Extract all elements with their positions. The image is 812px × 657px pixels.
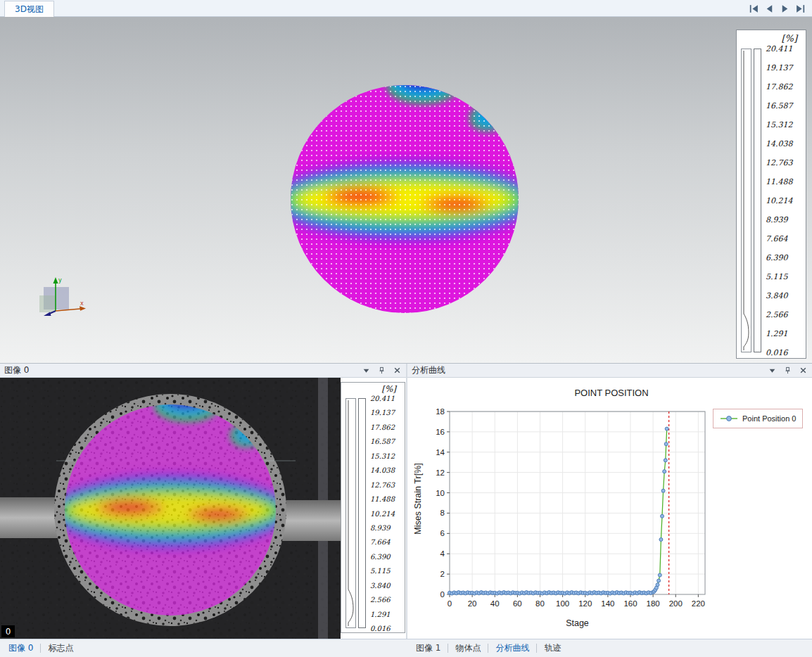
colorbar-value: 5.115 [766, 272, 788, 281]
svg-text:x: x [80, 300, 84, 307]
colorbar-value: 8.939 [766, 215, 788, 224]
svg-text:0: 0 [440, 590, 445, 599]
3d-viewport[interactable]: y x [%] 20.41119.13717.86216.58715.31214… [0, 17, 812, 364]
last-frame-icon[interactable] [794, 3, 806, 15]
legend-series-label: Point Position 0 [742, 414, 796, 423]
colorbar-value: 0.016 [766, 348, 788, 357]
chevron-down-icon[interactable] [767, 366, 777, 376]
svg-text:60: 60 [513, 599, 522, 608]
colorbar-value: 15.312 [370, 452, 395, 459]
colorbar-value: 14.038 [370, 466, 395, 474]
close-icon[interactable] [798, 366, 808, 376]
curve-panel-header: 分析曲线 [407, 364, 812, 378]
curve-panel-title: 分析曲线 [412, 364, 767, 376]
colorbar-value: 5.115 [370, 567, 391, 575]
axis-triad-icon: y x [32, 274, 90, 325]
tab-3d-view[interactable]: 3D视图 [4, 1, 54, 18]
colorbar-labels: 20.41119.13717.86216.58715.31214.03812.7… [763, 49, 803, 352]
statusbar: 图像 0标志点 图像 1物体点分析曲线轨迹 [0, 639, 812, 657]
colorbar-value: 15.312 [766, 120, 793, 129]
curve-panel-controls [767, 366, 808, 376]
chart-x-axis-label: Stage [450, 618, 705, 628]
colorbar-unit: [%] [782, 33, 798, 44]
pin-icon[interactable] [782, 366, 792, 376]
curve-panel-content: 0204060801001201401601802002200246810121… [407, 378, 812, 639]
chart-y-axis-label: Mises Strain Tr[%] [413, 418, 424, 580]
colorbar-unit: [%] [381, 384, 396, 394]
svg-text:140: 140 [601, 599, 614, 608]
strain-contour-3d [285, 79, 524, 319]
svg-text:0: 0 [448, 599, 452, 608]
frame-navigation [748, 0, 806, 17]
colorbar-value: 2.566 [766, 310, 788, 319]
chevron-down-icon[interactable] [361, 366, 371, 376]
chart-legend[interactable]: Point Position 0 [713, 409, 803, 428]
svg-text:100: 100 [556, 599, 569, 608]
pin-icon[interactable] [376, 366, 386, 376]
svg-text:16: 16 [436, 428, 445, 436]
colorbar-value: 17.862 [370, 423, 395, 430]
statusbar-left-tabs: 图像 0标志点 [1, 639, 80, 657]
statusbar-tab-right-3[interactable]: 轨迹 [537, 639, 568, 657]
chart-title: POINT POSITION [506, 388, 717, 398]
image-index-badge: 0 [1, 625, 15, 637]
next-frame-icon[interactable] [779, 3, 791, 15]
colorbar-value: 11.488 [370, 495, 395, 503]
colorbar-value: 6.390 [370, 552, 391, 560]
colorbar-value: 7.664 [766, 234, 788, 243]
close-icon[interactable] [392, 366, 402, 376]
colorbar-value: 11.488 [766, 177, 793, 186]
colorbar-value: 3.840 [370, 581, 391, 589]
svg-text:2: 2 [440, 570, 445, 578]
colorbar-value: 16.587 [766, 101, 793, 110]
colorbar-value: 16.587 [370, 438, 395, 445]
previous-frame-icon[interactable] [763, 3, 775, 15]
statusbar-tab-left-1[interactable]: 标志点 [41, 639, 80, 657]
colorbar-value: 3.840 [766, 291, 788, 300]
colorbar-value: 19.137 [766, 63, 793, 72]
colorbar-value: 10.214 [766, 196, 793, 205]
tab-3d-view-label: 3D视图 [15, 4, 44, 15]
image-panel-title: 图像 0 [4, 364, 361, 376]
camera-image[interactable] [0, 378, 341, 639]
colorbar-strip [358, 398, 366, 628]
colorbar-value: 20.411 [766, 44, 793, 53]
svg-text:y: y [58, 277, 62, 283]
svg-text:18: 18 [436, 407, 445, 416]
colorbar-3d: [%] 20.41119.13717.86216.58715.31214.038… [736, 30, 806, 359]
svg-text:20: 20 [468, 599, 477, 608]
colorbar-labels: 20.41119.13717.86216.58715.31214.03812.7… [368, 398, 402, 628]
svg-text:4: 4 [440, 549, 445, 558]
image-panel-header: 图像 0 [0, 364, 406, 378]
colorbar-value: 2.566 [370, 596, 391, 604]
colorbar-histogram [345, 398, 356, 628]
application-window: 3D视图 [0, 0, 812, 657]
statusbar-tab-right-0[interactable]: 图像 1 [409, 639, 448, 657]
colorbar-value: 8.939 [370, 523, 391, 531]
svg-text:180: 180 [647, 599, 660, 608]
statusbar-tab-left-0[interactable]: 图像 0 [1, 639, 40, 657]
first-frame-icon[interactable] [748, 3, 760, 15]
colorbar-value: 12.763 [370, 480, 395, 488]
svg-text:80: 80 [535, 599, 545, 608]
colorbar-value: 1.291 [370, 610, 391, 618]
statusbar-tab-right-2[interactable]: 分析曲线 [488, 639, 536, 657]
svg-text:8: 8 [440, 509, 445, 517]
colorbar-value: 20.411 [370, 395, 395, 402]
svg-text:160: 160 [623, 599, 637, 608]
colorbar-value: 19.137 [370, 409, 395, 416]
colorbar-value: 10.214 [370, 509, 395, 517]
colorbar-value: 12.763 [766, 158, 793, 167]
svg-text:220: 220 [692, 599, 705, 608]
colorbar-value: 7.664 [370, 538, 391, 546]
image-panel-controls [361, 366, 402, 376]
svg-text:120: 120 [578, 599, 592, 608]
svg-text:6: 6 [440, 529, 445, 537]
colorbar-body: 20.41119.13717.86216.58715.31214.03812.7… [741, 49, 803, 352]
colorbar-value: 17.862 [766, 82, 793, 91]
colorbar-histogram [741, 49, 751, 352]
colorbar-value: 6.390 [766, 253, 788, 262]
colorbar-value: 14.038 [766, 139, 793, 148]
svg-text:200: 200 [669, 599, 683, 608]
statusbar-tab-right-1[interactable]: 物体点 [448, 639, 488, 657]
